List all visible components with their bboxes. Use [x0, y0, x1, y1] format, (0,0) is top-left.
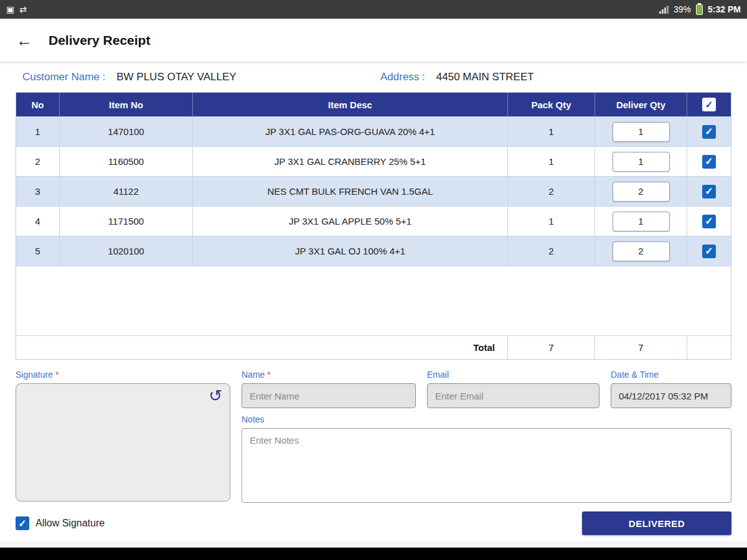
customer-name-label: Customer Name :	[22, 71, 105, 83]
table-row: 5 1020100 JP 3X1 GAL OJ 100% 4+1 2 ✓	[16, 236, 731, 266]
cell-item-desc: NES CMT BULK FRENCH VAN 1.5GAL	[192, 176, 507, 206]
notes-input[interactable]	[242, 428, 731, 503]
cell-item-no: 41122	[59, 176, 192, 206]
table-row: 3 41122 NES CMT BULK FRENCH VAN 1.5GAL 2…	[16, 176, 731, 206]
cell-item-desc: JP 3X1 GAL PAS-ORG-GUAVA 20% 4+1	[192, 116, 507, 146]
row-checkbox[interactable]: ✓	[702, 155, 716, 169]
col-header-item-desc: Item Desc	[192, 93, 507, 116]
items-table: No Item No Item Desc Pack Qty Deliver Qt…	[16, 92, 731, 360]
name-label: Name *	[242, 370, 416, 380]
customer-name-group: Customer Name : BW PLUS OTAY VALLEY	[22, 71, 380, 83]
page-title: Delivery Receipt	[49, 33, 150, 48]
cell-item-no: 1160500	[59, 146, 192, 176]
deliver-qty-input[interactable]	[613, 122, 670, 142]
address-label: Address :	[380, 71, 425, 83]
cell-item-desc: JP 3X1 GAL APPLE 50% 5+1	[192, 206, 507, 236]
allow-signature-label: Allow Signature	[35, 518, 105, 529]
table-header-row: No Item No Item Desc Pack Qty Deliver Qt…	[16, 93, 731, 116]
cell-no: 2	[16, 146, 59, 176]
status-bar-right: 39% 5:32 PM	[659, 4, 741, 15]
allow-signature-toggle[interactable]: ✓ Allow Signature	[16, 516, 105, 530]
required-marker: *	[55, 370, 59, 380]
back-button[interactable]: ←	[16, 32, 32, 49]
delivered-button[interactable]: DELIVERED	[582, 511, 731, 535]
deliver-qty-input[interactable]	[613, 152, 670, 172]
form-fields-section: Name * Email Date & Time	[242, 370, 731, 503]
cell-pack-qty: 1	[507, 116, 594, 146]
android-nav-bar	[0, 548, 747, 560]
customer-info-row: Customer Name : BW PLUS OTAY VALLEY Addr…	[0, 62, 747, 92]
row-checkbox[interactable]: ✓	[702, 185, 716, 198]
cell-item-desc: JP 3X1 GAL CRANBERRY 25% 5+1	[192, 146, 507, 176]
required-marker: *	[267, 370, 270, 380]
cell-pack-qty: 2	[507, 236, 594, 266]
select-all-checkbox[interactable]: ✓	[702, 98, 716, 111]
total-deliver-qty: 7	[594, 336, 687, 359]
signature-pad[interactable]: ↺	[16, 383, 230, 502]
name-field-group: Name *	[242, 370, 416, 408]
table-empty-area	[16, 266, 731, 335]
table-row: 1 1470100 JP 3X1 GAL PAS-ORG-GUAVA 20% 4…	[16, 116, 731, 146]
total-pack-qty: 7	[507, 336, 594, 359]
table-row: 2 1160500 JP 3X1 GAL CRANBERRY 25% 5+1 1…	[16, 146, 731, 176]
notes-label: Notes	[242, 414, 731, 424]
deliver-qty-input[interactable]	[613, 241, 670, 261]
datetime-input[interactable]	[611, 383, 731, 408]
customer-name-value: BW PLUS OTAY VALLEY	[116, 71, 236, 83]
battery-icon	[696, 4, 703, 15]
status-time: 5:32 PM	[708, 4, 741, 14]
status-bar: ▣ ⇄ 39% 5:32 PM	[0, 0, 747, 19]
signal-icon	[659, 6, 669, 14]
photo-icon: ▣	[6, 5, 14, 14]
share-icon: ⇄	[19, 5, 27, 14]
cell-item-no: 1470100	[59, 116, 192, 146]
app-header: ← Delivery Receipt	[0, 19, 747, 62]
table-row: 4 1171500 JP 3X1 GAL APPLE 50% 5+1 1 ✓	[16, 206, 731, 236]
status-bar-left: ▣ ⇄	[6, 5, 27, 14]
total-label: Total	[16, 336, 507, 359]
row-checkbox[interactable]: ✓	[702, 245, 716, 258]
table-total-row: Total 7 7	[16, 335, 731, 359]
col-header-no: No	[16, 93, 59, 116]
deliver-qty-input[interactable]	[613, 212, 670, 231]
datetime-field-group: Date & Time	[611, 370, 731, 408]
total-row-spacer	[687, 336, 731, 359]
col-header-deliver-qty: Deliver Qty	[594, 93, 687, 116]
email-label: Email	[427, 370, 599, 380]
signature-section: Signature * ↺	[16, 370, 230, 503]
clear-signature-icon[interactable]: ↺	[209, 388, 222, 404]
row-checkbox[interactable]: ✓	[702, 125, 716, 139]
signature-label: Signature *	[16, 370, 230, 380]
cell-no: 3	[16, 176, 59, 206]
email-field-group: Email	[427, 370, 599, 408]
cell-no: 5	[16, 236, 59, 266]
cell-item-no: 1020100	[59, 236, 192, 266]
name-input[interactable]	[242, 383, 416, 408]
battery-percent: 39%	[674, 4, 691, 14]
row-checkbox[interactable]: ✓	[702, 215, 716, 228]
deliver-qty-input[interactable]	[613, 182, 670, 202]
cell-pack-qty: 1	[507, 146, 594, 176]
col-header-pack-qty: Pack Qty	[507, 93, 594, 116]
delivery-form: Signature * ↺ Name *	[0, 360, 747, 541]
customer-address-group: Address : 4450 MAIN STREET	[380, 71, 534, 83]
cell-pack-qty: 2	[507, 176, 594, 206]
col-header-item-no: Item No	[59, 93, 192, 116]
notes-field-group: Notes	[242, 414, 731, 503]
allow-signature-checkbox[interactable]: ✓	[16, 516, 29, 530]
cell-item-desc: JP 3X1 GAL OJ 100% 4+1	[192, 236, 507, 266]
col-header-select-all: ✓	[687, 93, 731, 116]
cell-item-no: 1171500	[59, 206, 192, 236]
cell-no: 1	[16, 116, 59, 146]
main-content: Customer Name : BW PLUS OTAY VALLEY Addr…	[0, 62, 747, 541]
datetime-label: Date & Time	[611, 370, 731, 380]
address-value: 4450 MAIN STREET	[436, 71, 534, 83]
email-input[interactable]	[427, 383, 599, 408]
cell-no: 4	[16, 206, 59, 236]
cell-pack-qty: 1	[507, 206, 594, 236]
